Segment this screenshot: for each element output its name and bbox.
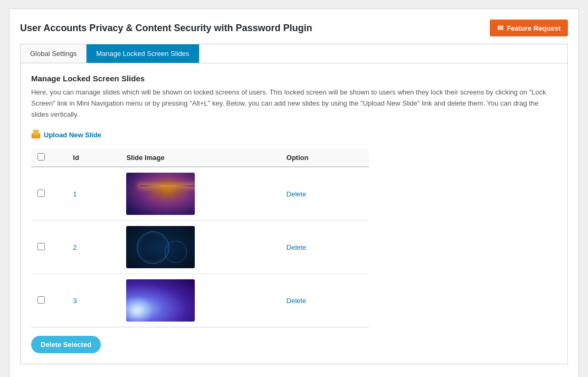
row-id-2: 2 — [67, 221, 120, 274]
th-option: Option — [280, 149, 369, 167]
th-id: Id — [67, 149, 120, 167]
row-checkbox-1[interactable] — [37, 190, 45, 197]
row-id-3: 3 — [67, 274, 120, 327]
delete-link-1[interactable]: Delete — [287, 190, 307, 198]
table-header-row: Id Slide Image Option — [31, 149, 369, 167]
row-id-1: 1 — [67, 167, 120, 221]
section-description: Here, you can manage slides which will b… — [31, 87, 557, 120]
upload-new-slide-link[interactable]: ↑ Upload New Slide — [31, 129, 101, 140]
tab-content: Manage Locked Screen Slides Here, you ca… — [20, 63, 568, 364]
slide-image-2 — [126, 226, 195, 268]
section-title: Manage Locked Screen Slides — [31, 74, 557, 83]
envelope-icon: ✉ — [497, 24, 504, 32]
row-checkbox-3[interactable] — [37, 296, 45, 304]
feature-request-label: Feature Request — [507, 24, 561, 32]
tab-global-settings[interactable]: Global Settings — [21, 44, 87, 63]
slide-image-1 — [126, 173, 195, 215]
tab-manage-slides[interactable]: Manage Locked Screen Slides — [87, 44, 199, 63]
row-checkbox-2[interactable] — [37, 243, 45, 250]
tab-bar: Global Settings Manage Locked Screen Sli… — [20, 44, 568, 63]
plugin-title: User Accounts Privacy & Content Security… — [20, 23, 312, 34]
upload-icon: ↑ — [31, 129, 41, 140]
feature-request-button[interactable]: ✉ Feature Request — [490, 20, 568, 36]
table-row: 2Delete — [31, 221, 369, 274]
delete-selected-button[interactable]: Delete Selected — [31, 336, 101, 353]
select-all-checkbox[interactable] — [37, 153, 45, 161]
delete-link-3[interactable]: Delete — [287, 297, 307, 305]
svg-text:↑: ↑ — [35, 131, 37, 135]
th-slide-image: Slide Image — [120, 149, 280, 167]
delete-link-2[interactable]: Delete — [287, 243, 307, 251]
th-checkbox — [31, 149, 67, 167]
table-row: 1Delete — [31, 167, 369, 221]
slides-table: Id Slide Image Option 1Delete2Delete3Del… — [31, 149, 369, 327]
upload-link-label: Upload New Slide — [44, 131, 101, 139]
table-row: 3Delete — [31, 274, 369, 327]
slide-image-3 — [126, 279, 195, 322]
